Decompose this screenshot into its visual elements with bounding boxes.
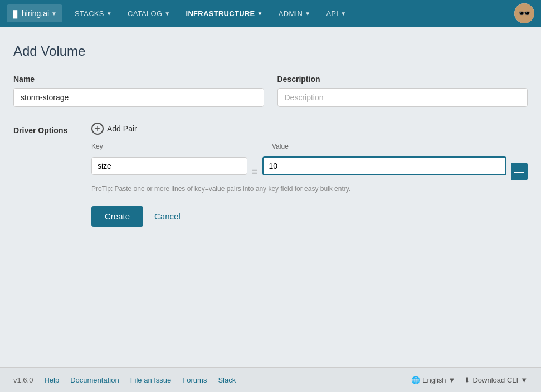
footer-right: 🌐 English ▼ ⬇ Download CLI ▼ bbox=[411, 376, 528, 384]
chevron-down-icon: ▼ bbox=[449, 376, 456, 384]
chevron-down-icon: ▼ bbox=[520, 376, 528, 384]
add-pair-button[interactable]: + Add Pair bbox=[91, 122, 137, 135]
add-pair-icon: + bbox=[91, 122, 104, 135]
create-button[interactable]: Create bbox=[91, 206, 143, 227]
name-field-group: Name bbox=[13, 75, 264, 107]
description-label: Description bbox=[277, 75, 528, 84]
kv-pair-row: = — bbox=[91, 151, 528, 180]
version-text: v1.6.0 bbox=[13, 376, 33, 384]
value-column-label: Value bbox=[252, 143, 528, 150]
chevron-down-icon: ▼ bbox=[106, 11, 112, 17]
equals-sign: = bbox=[252, 155, 258, 178]
driver-options-label: Driver Options bbox=[13, 122, 91, 135]
key-column-label: Key bbox=[91, 143, 247, 150]
chevron-down-icon: ▼ bbox=[305, 11, 310, 17]
file-issue-link[interactable]: File an Issue bbox=[130, 376, 172, 384]
help-link[interactable]: Help bbox=[44, 376, 59, 384]
nav-item-api[interactable]: API ▼ bbox=[318, 0, 354, 27]
download-cli-button[interactable]: ⬇ Download CLI ▼ bbox=[464, 376, 528, 384]
main-content: Add Volume Name Description Driver Optio… bbox=[0, 27, 541, 367]
description-field-group: Description bbox=[277, 75, 528, 107]
kv-labels-row: Key Value bbox=[91, 143, 528, 150]
chevron-down-icon: ▼ bbox=[164, 11, 170, 17]
chevron-down-icon: ▼ bbox=[340, 11, 346, 17]
top-navigation: ▮ hiring.ai ▼ STACKS ▼ CATALOG ▼ INFRAST… bbox=[0, 0, 541, 27]
page-title: Add Volume bbox=[13, 43, 528, 59]
kv-key-input[interactable] bbox=[91, 157, 247, 175]
logo-icon: ▮ bbox=[12, 7, 18, 20]
logo-chevron-icon: ▼ bbox=[51, 11, 57, 17]
nav-item-stacks[interactable]: STACKS ▼ bbox=[67, 0, 120, 27]
footer-left: v1.6.0 Help Documentation File an Issue … bbox=[13, 376, 236, 384]
kv-remove-button[interactable]: — bbox=[511, 163, 528, 180]
logo-button[interactable]: ▮ hiring.ai ▼ bbox=[7, 4, 62, 22]
user-avatar[interactable]: 🕶️ bbox=[514, 3, 534, 23]
chevron-down-icon: ▼ bbox=[257, 11, 263, 17]
nav-items: STACKS ▼ CATALOG ▼ INFRASTRUCTURE ▼ ADMI… bbox=[67, 0, 514, 27]
protip-text: ProTip: Paste one or more lines of key=v… bbox=[91, 185, 528, 193]
minus-icon: — bbox=[514, 166, 524, 178]
nav-item-admin[interactable]: ADMIN ▼ bbox=[271, 0, 319, 27]
driver-options-content: + Add Pair Key Value = — ProTip: Paste o… bbox=[91, 122, 528, 193]
globe-icon: 🌐 bbox=[411, 376, 420, 384]
name-label: Name bbox=[13, 75, 264, 84]
download-icon: ⬇ bbox=[464, 376, 470, 384]
logo-text: hiring.ai bbox=[22, 9, 49, 18]
action-row: Create Cancel bbox=[13, 206, 528, 227]
cancel-button[interactable]: Cancel bbox=[150, 206, 185, 227]
forums-link[interactable]: Forums bbox=[182, 376, 207, 384]
language-selector[interactable]: 🌐 English ▼ bbox=[411, 376, 456, 384]
slack-link[interactable]: Slack bbox=[218, 376, 236, 384]
driver-options-section: Driver Options + Add Pair Key Value = — … bbox=[13, 122, 528, 193]
name-description-row: Name Description bbox=[13, 75, 528, 107]
nav-item-catalog[interactable]: CATALOG ▼ bbox=[120, 0, 178, 27]
description-input[interactable] bbox=[277, 88, 528, 107]
name-input[interactable] bbox=[13, 88, 264, 107]
documentation-link[interactable]: Documentation bbox=[70, 376, 119, 384]
kv-value-input[interactable] bbox=[262, 156, 506, 175]
footer: v1.6.0 Help Documentation File an Issue … bbox=[0, 367, 541, 392]
nav-item-infrastructure[interactable]: INFRASTRUCTURE ▼ bbox=[178, 0, 271, 27]
